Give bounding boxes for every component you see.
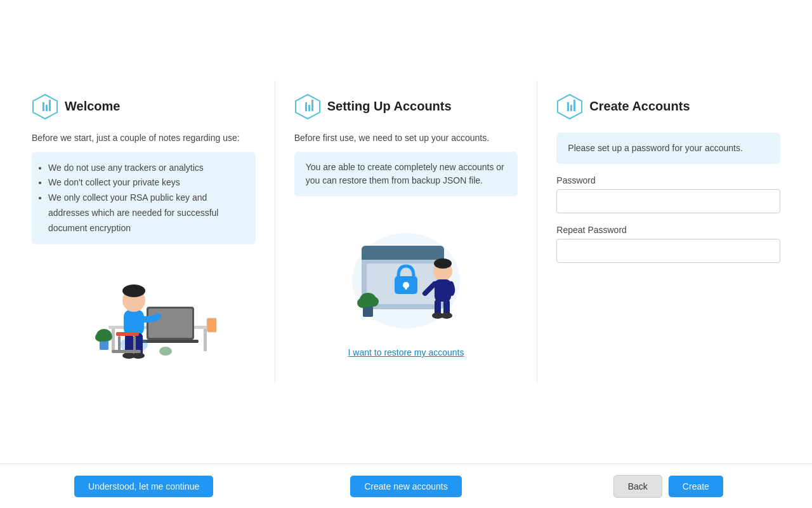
- create-icon: [556, 93, 583, 120]
- repeat-password-form-group: Repeat Password: [556, 225, 780, 263]
- svg-rect-53: [570, 105, 572, 111]
- svg-marker-0: [33, 95, 57, 119]
- svg-rect-52: [567, 102, 569, 111]
- svg-rect-19: [116, 332, 139, 336]
- setup-info-box: You are able to create completely new ac…: [294, 152, 518, 196]
- svg-rect-3: [49, 100, 51, 111]
- svg-rect-46: [435, 279, 451, 302]
- panel-welcome-header: Welcome: [32, 93, 256, 120]
- panel-setup-title: Setting Up Accounts: [327, 99, 452, 114]
- svg-rect-6: [204, 329, 207, 351]
- svg-rect-10: [207, 318, 216, 332]
- footer-bar: Understood, let me continue Create new a…: [0, 464, 812, 508]
- svg-rect-31: [311, 100, 313, 111]
- welcome-icon: [32, 93, 58, 120]
- svg-rect-30: [308, 105, 310, 111]
- panel-welcome-title: Welcome: [65, 99, 120, 114]
- welcome-svg-illustration: [70, 256, 216, 364]
- setup-info-text: You are able to create completely new ac…: [306, 162, 504, 185]
- continue-button[interactable]: Understood, let me continue: [74, 476, 213, 497]
- svg-rect-29: [305, 102, 307, 111]
- welcome-illustration: [32, 256, 256, 364]
- svg-point-45: [434, 258, 452, 269]
- svg-rect-5: [112, 329, 115, 351]
- panels-container: Welcome Before we start, just a couple o…: [13, 81, 799, 384]
- svg-marker-28: [296, 95, 320, 119]
- svg-rect-22: [112, 350, 141, 353]
- footer-section-2: Create new accounts: [275, 476, 537, 497]
- setup-illustration: [294, 208, 518, 342]
- svg-marker-51: [558, 95, 582, 119]
- svg-rect-35: [362, 255, 444, 260]
- svg-rect-2: [46, 105, 48, 111]
- svg-rect-39: [405, 285, 407, 290]
- svg-rect-12: [124, 310, 144, 335]
- panel-create: Create Accounts Please set up a password…: [537, 81, 799, 384]
- create-button[interactable]: Create: [669, 476, 723, 497]
- bullet-item-3: We only collect your RSA public key and …: [48, 190, 244, 236]
- panel-create-header: Create Accounts: [556, 93, 780, 120]
- panel-welcome: Welcome Before we start, just a couple o…: [13, 81, 275, 384]
- setup-svg-illustration: [336, 214, 476, 335]
- repeat-password-input[interactable]: [556, 239, 780, 263]
- footer-section-1: Understood, let me continue: [13, 476, 275, 497]
- password-input[interactable]: [556, 189, 780, 213]
- bullet-item-2: We don't collect your private keys: [48, 175, 244, 190]
- svg-rect-21: [133, 336, 136, 352]
- svg-point-43: [367, 297, 379, 307]
- password-label: Password: [556, 175, 780, 185]
- create-notice-text: Please set up a password for your accoun…: [568, 143, 742, 153]
- svg-rect-20: [118, 336, 121, 352]
- restore-link[interactable]: I want to restore my accounts: [294, 347, 518, 358]
- welcome-bullet-list: We do not use any trackers or analytics …: [32, 152, 256, 245]
- main-content: Welcome Before we start, just a couple o…: [0, 0, 812, 464]
- svg-point-42: [357, 298, 369, 308]
- svg-point-26: [103, 332, 112, 341]
- create-new-button[interactable]: Create new accounts: [350, 476, 462, 497]
- panel-create-title: Create Accounts: [589, 99, 690, 114]
- svg-rect-9: [141, 340, 199, 343]
- panel-setup-header: Setting Up Accounts: [294, 93, 518, 120]
- back-button[interactable]: Back: [613, 475, 662, 498]
- svg-point-27: [159, 347, 172, 356]
- password-form-group: Password: [556, 175, 780, 213]
- svg-rect-8: [148, 309, 192, 338]
- svg-point-18: [132, 352, 145, 359]
- setup-intro: Before first use, we need to set up your…: [294, 133, 518, 143]
- svg-rect-1: [43, 102, 44, 111]
- bullet-item-1: We do not use any trackers or analytics: [48, 161, 244, 176]
- setup-icon: [294, 93, 321, 120]
- welcome-intro: Before we start, just a couple of notes …: [32, 133, 256, 143]
- panel-setup: Setting Up Accounts Before first use, we…: [275, 81, 538, 384]
- svg-point-14: [122, 284, 145, 297]
- footer-section-3: Back Create: [537, 475, 799, 498]
- svg-point-50: [441, 312, 452, 319]
- create-notice-box: Please set up a password for your accoun…: [556, 133, 780, 164]
- repeat-password-label: Repeat Password: [556, 225, 780, 235]
- svg-rect-54: [573, 100, 575, 111]
